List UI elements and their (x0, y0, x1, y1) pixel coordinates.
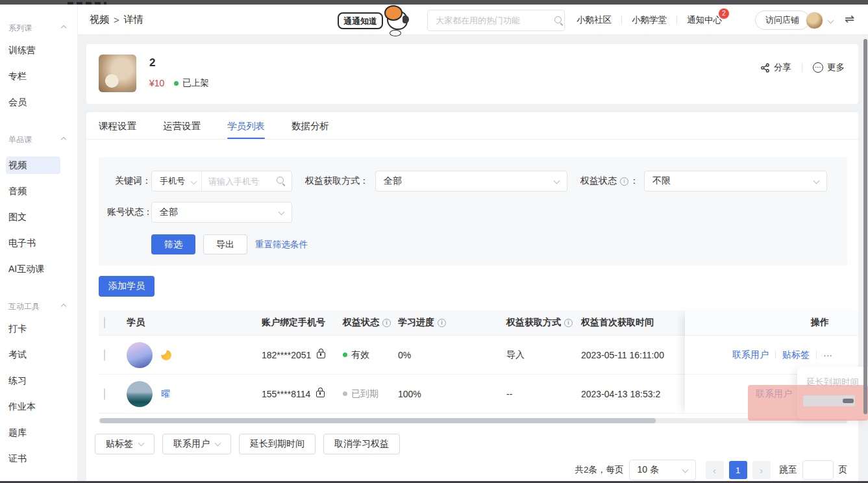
info-icon[interactable] (564, 319, 573, 327)
more-button[interactable]: 更多 (827, 62, 845, 73)
sidebar-item-member[interactable]: 会员 (6, 93, 60, 111)
horizontal-scrollbar-thumb[interactable] (100, 418, 656, 423)
nav-community[interactable]: 小鹅社区 (577, 14, 612, 26)
header-progress: 学习进度 (398, 317, 506, 328)
student-name[interactable]: 曜 (161, 388, 170, 400)
sidebar-item-column[interactable]: 专栏 (6, 68, 60, 85)
student-phone: 182****2051 (262, 350, 311, 360)
chevron-up-icon (61, 304, 66, 309)
sidebar: 系列课 训练营 专栏 会员 单品课 视频 音频 图文 电子书 AI互动课 互动工… (0, 5, 78, 481)
sidebar-item-workbook[interactable]: 作业本 (6, 398, 60, 415)
info-icon[interactable] (438, 319, 446, 327)
user-avatar[interactable] (806, 12, 823, 29)
vertical-scrollbar-thumb[interactable] (863, 39, 867, 414)
sidebar-item-ai-course[interactable]: AI互动课 (6, 260, 60, 278)
account-status-select[interactable]: 全部 (151, 202, 292, 223)
sidebar-group-interactive-tools[interactable]: 互动工具 (8, 301, 68, 312)
sidebar-item-imagetext[interactable]: 图文 (6, 208, 60, 226)
tab-data-analysis[interactable]: 数据分析 (291, 112, 329, 139)
acquire-method-select[interactable]: 全部 (375, 171, 567, 192)
course-meta: ¥10 已上架 (149, 77, 209, 89)
current-page-button[interactable]: 1 (729, 461, 747, 479)
lock-icon[interactable] (317, 352, 325, 358)
share-button[interactable]: 分享 (774, 62, 791, 73)
prev-page-button[interactable]: ‹ (706, 461, 724, 479)
sidebar-item-checkin[interactable]: 打卡 (6, 320, 60, 338)
breadcrumb-separator: > (114, 14, 119, 25)
rights-status-label: 权益状态 ： (580, 175, 639, 187)
search-icon[interactable] (554, 16, 564, 26)
top-edge-text-fragment (68, 2, 106, 5)
search-icon[interactable] (276, 176, 286, 186)
sidebar-item-audio[interactable]: 音频 (6, 182, 60, 200)
nav-school[interactable]: 小鹅学堂 (632, 14, 667, 26)
brand-logo-label: 通通知道 (338, 12, 383, 29)
rights-status-value: 有效 (351, 349, 369, 361)
more-actions-link[interactable]: ··· (823, 350, 832, 360)
breadcrumb-page: 详情 (124, 14, 143, 26)
moon-name-icon[interactable] (161, 350, 171, 360)
chevron-down-icon (813, 178, 820, 184)
sidebar-group-single-course[interactable]: 单品课 (8, 134, 68, 145)
bulk-cancel-rights-button[interactable]: 取消学习权益 (323, 434, 400, 454)
info-icon[interactable] (382, 319, 391, 327)
sidebar-item-ebook[interactable]: 电子书 (6, 234, 60, 252)
sidebar-group-series[interactable]: 系列课 (8, 23, 68, 33)
select-all-checkbox[interactable] (104, 317, 105, 328)
redacted-content (843, 399, 854, 403)
bulk-extend-button[interactable]: 延长到期时间 (239, 434, 316, 454)
tab-bar: 课程设置 运营设置 学员列表 数据分析 (86, 112, 858, 140)
app-root: 视频 > 详情 通通知道 小鹅社区 小鹅学堂 通知中心 2 访问店铺 (0, 0, 868, 483)
acquire-value: -- (506, 389, 581, 399)
brand-logo: 通通知道 (338, 6, 412, 35)
sidebar-item-certificate[interactable]: 证书 (6, 450, 60, 467)
bulk-tag-button[interactable]: 贴标签 (95, 434, 155, 454)
lock-icon[interactable] (316, 391, 325, 397)
notification-badge: 2 (719, 8, 729, 19)
jump-page-input[interactable] (802, 460, 834, 480)
page-unit-label: 页 (839, 464, 848, 476)
tab-student-list[interactable]: 学员列表 (227, 112, 265, 139)
tab-course-settings[interactable]: 课程设置 (99, 112, 136, 139)
breadcrumb-section[interactable]: 视频 (90, 14, 109, 26)
bulk-contact-button[interactable]: 联系用户 (162, 434, 231, 454)
course-actions: 分享 更多 (760, 62, 845, 73)
student-table: 学员 账户绑定手机号 权益状态 学习进度 权益获取方式 权益首次获取时间 (99, 310, 858, 415)
row-checkbox[interactable] (104, 388, 105, 400)
chevron-down-icon (554, 178, 560, 184)
sidebar-item-exam[interactable]: 考试 (6, 346, 60, 364)
tag-link[interactable]: 贴标签 (782, 349, 810, 361)
avatar-chevron-down-icon[interactable] (828, 18, 834, 24)
sidebar-item-practice[interactable]: 练习 (6, 372, 60, 390)
status-dot-icon (174, 81, 179, 86)
student-avatar[interactable] (127, 342, 153, 368)
sidebar-item-questionbank[interactable]: 题库 (6, 424, 60, 441)
add-student-button[interactable]: 添加学员 (99, 276, 155, 297)
keyword-type-select[interactable]: 手机号 (152, 171, 202, 191)
next-page-button[interactable]: › (752, 461, 771, 479)
info-icon[interactable] (620, 177, 628, 186)
reset-filters-link[interactable]: 重置筛选条件 (255, 239, 308, 251)
export-button[interactable]: 导出 (203, 234, 247, 254)
search-input[interactable] (428, 16, 554, 25)
nav-notification[interactable]: 通知中心 2 (687, 14, 722, 26)
chevron-down-icon (138, 440, 145, 447)
keyword-input[interactable] (202, 177, 276, 186)
header-rights-status: 权益状态 (343, 317, 398, 328)
sidebar-item-trainingcamp[interactable]: 训练营 (6, 42, 60, 59)
row-checkbox[interactable] (104, 349, 105, 361)
switch-account-icon[interactable]: ⇌ (845, 12, 854, 26)
page-size-select[interactable]: 10 条 (629, 460, 696, 480)
sidebar-item-video[interactable]: 视频 (6, 156, 60, 174)
visit-store-button[interactable]: 访问店铺 (755, 10, 810, 30)
header-phone: 账户绑定手机号 (262, 317, 343, 328)
student-avatar[interactable] (127, 381, 153, 407)
jump-label: 跳至 (780, 464, 797, 476)
contact-user-link[interactable]: 联系用户 (732, 349, 769, 361)
global-search[interactable] (427, 10, 565, 31)
status-dot-icon (343, 391, 347, 396)
filter-button[interactable]: 筛选 (151, 234, 195, 254)
rights-status-select[interactable]: 不限 (644, 171, 827, 192)
horizontal-scrollbar[interactable] (99, 418, 847, 423)
tab-operation-settings[interactable]: 运营设置 (163, 112, 201, 139)
